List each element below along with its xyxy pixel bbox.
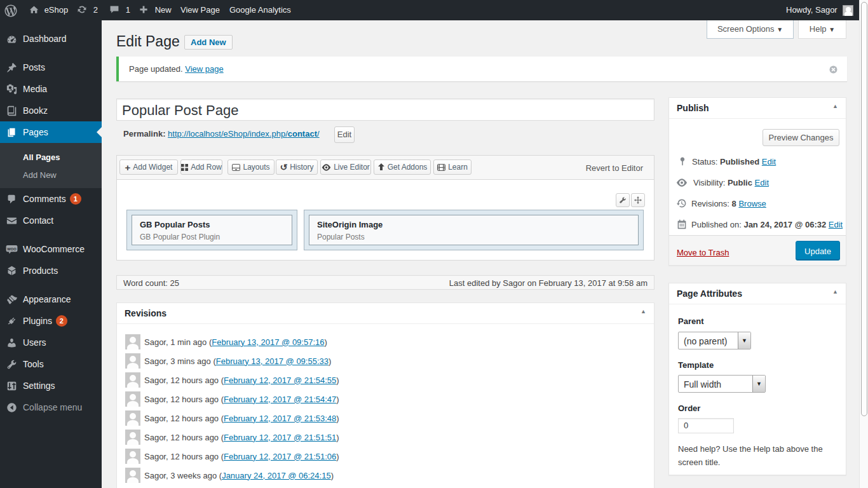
svg-text:WOO: WOO bbox=[7, 247, 17, 250]
